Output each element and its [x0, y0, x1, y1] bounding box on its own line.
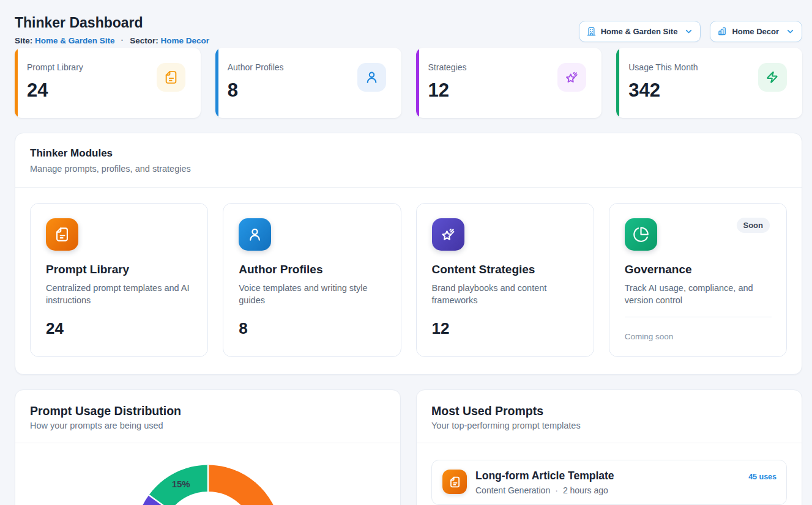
- svg-text:15%: 15%: [171, 479, 190, 489]
